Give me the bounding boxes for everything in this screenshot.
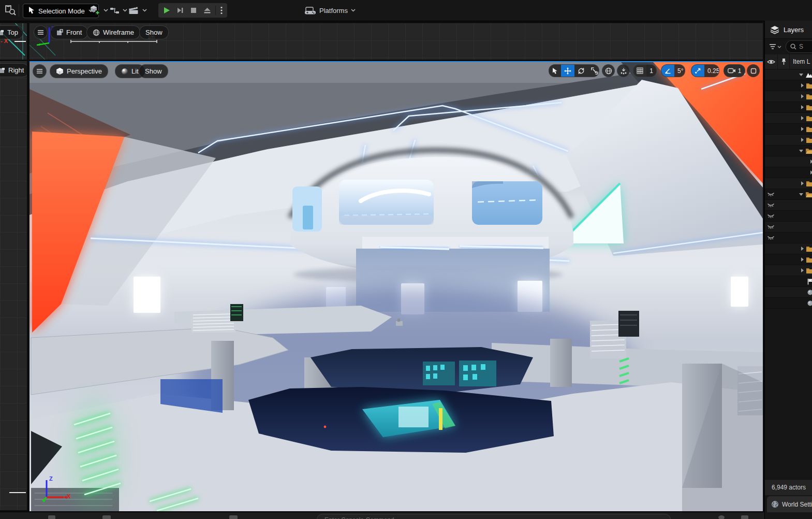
row-visibility-toggle[interactable]: [765, 203, 776, 208]
layer-row[interactable]: [765, 211, 812, 222]
output-log-icon[interactable]: [102, 515, 111, 519]
layer-row[interactable]: [765, 200, 812, 211]
layer-row[interactable]: [765, 178, 812, 189]
layer-row[interactable]: [765, 254, 812, 265]
layer-row[interactable]: [765, 167, 812, 178]
unreal-editor-window: Selection Mode Platforms: [0, 0, 812, 519]
viewport-front-menu-button[interactable]: [34, 25, 48, 39]
viewport-front-show-button[interactable]: Show: [139, 25, 169, 39]
add-actor-button[interactable]: [89, 0, 108, 21]
row-visibility-toggle[interactable]: [765, 192, 776, 197]
camera-speed-control[interactable]: 1: [724, 64, 745, 77]
row-tree-cell[interactable]: [786, 191, 812, 197]
platforms-dropdown[interactable]: Platforms: [304, 0, 356, 21]
layer-row[interactable]: [765, 265, 812, 276]
layer-row[interactable]: [765, 156, 812, 167]
row-tree-cell[interactable]: [786, 104, 812, 110]
layer-row[interactable]: [765, 124, 812, 135]
layer-row[interactable]: [765, 135, 812, 146]
row-tree-cell[interactable]: [786, 148, 812, 154]
item-label-column-header[interactable]: Item L: [790, 54, 812, 69]
row-tree-cell[interactable]: [786, 159, 812, 164]
row-tree-cell[interactable]: [786, 256, 812, 263]
row-tree-cell[interactable]: [786, 82, 812, 89]
filter-button[interactable]: [769, 44, 781, 50]
grid-snap-value[interactable]: 1: [646, 65, 656, 77]
surface-snapping-button[interactable]: [617, 64, 630, 77]
chevron-down-icon: [799, 149, 804, 153]
row-tree-cell[interactable]: [786, 180, 812, 186]
layer-row[interactable]: [765, 80, 812, 91]
row-visibility-toggle[interactable]: [765, 213, 776, 219]
row-tree-cell[interactable]: [786, 267, 812, 273]
scale-snap-value[interactable]: 0.25: [704, 65, 719, 77]
layer-row[interactable]: [765, 276, 812, 287]
blueprints-button[interactable]: [110, 0, 127, 21]
select-tool-button[interactable]: [549, 65, 561, 77]
move-tool-button[interactable]: [561, 65, 574, 77]
editor-browser-icon[interactable]: [4, 0, 17, 21]
layers-panel-header[interactable]: Layers: [765, 21, 812, 39]
viewport-front[interactable]: Z 1m Front Wireframe Show: [29, 23, 763, 60]
rotation-snap-toggle[interactable]: [661, 65, 674, 77]
viewport-front-rendermode-button[interactable]: Wireframe: [86, 25, 140, 39]
chevron-down-icon: [351, 9, 356, 12]
visibility-column-header[interactable]: [765, 54, 778, 69]
rotate-tool-button[interactable]: [574, 65, 588, 77]
layer-row[interactable]: [765, 287, 812, 298]
row-tree-cell[interactable]: [786, 137, 812, 143]
row-tree-cell[interactable]: [786, 246, 812, 252]
selection-cursor-icon: [28, 6, 35, 16]
stop-button[interactable]: [187, 4, 200, 17]
revision-control-icon[interactable]: [741, 515, 748, 519]
row-tree-cell[interactable]: [786, 289, 812, 296]
cinematics-button[interactable]: [128, 0, 147, 21]
coordinate-system-button[interactable]: [602, 64, 615, 77]
maximize-viewport-button[interactable]: [747, 64, 760, 77]
row-tree-cell[interactable]: [786, 115, 812, 121]
grid-snap-toggle[interactable]: [633, 65, 646, 77]
row-tree-cell[interactable]: [786, 170, 812, 175]
viewport-perspective-menu-button[interactable]: [33, 64, 47, 78]
perspective-scene: [29, 62, 763, 511]
tab-world-settings[interactable]: World Setti: [767, 496, 812, 512]
search-input[interactable]: S: [786, 40, 812, 53]
row-visibility-toggle[interactable]: [765, 224, 776, 229]
selection-mode-dropdown[interactable]: Selection Mode: [23, 4, 99, 18]
viewport-right[interactable]: Right: [0, 61, 27, 510]
viewport-top[interactable]: Top - X: [0, 23, 27, 60]
console-command-input[interactable]: Enter Console Command: [317, 514, 671, 519]
row-tree-cell[interactable]: [786, 93, 812, 99]
scale-snap-toggle[interactable]: [691, 65, 704, 77]
viewport-right-label-pill[interactable]: Right: [0, 63, 27, 77]
pin-column-header[interactable]: [778, 54, 790, 69]
row-tree-cell[interactable]: [786, 71, 812, 78]
layer-row[interactable]: [765, 222, 812, 233]
viewport-perspective-show-button[interactable]: Show: [139, 64, 168, 78]
more-options-icon[interactable]: [218, 4, 225, 17]
row-tree-cell[interactable]: [786, 278, 812, 285]
viewport-front-type-button[interactable]: Front: [50, 25, 88, 39]
row-visibility-toggle[interactable]: [765, 235, 776, 240]
scale-tool-button[interactable]: [588, 65, 599, 77]
layer-row[interactable]: [765, 146, 812, 156]
viewport-perspective-type-button[interactable]: Perspective: [50, 64, 108, 78]
layer-row[interactable]: [765, 189, 812, 200]
layer-row[interactable]: [765, 113, 812, 124]
play-button[interactable]: [160, 4, 173, 17]
layer-row[interactable]: [765, 298, 812, 309]
row-tree-cell[interactable]: [786, 300, 812, 307]
layer-row[interactable]: [765, 243, 812, 254]
cmd-icon[interactable]: [229, 515, 238, 519]
layer-row[interactable]: [765, 102, 812, 113]
layer-row[interactable]: [765, 91, 812, 102]
viewport-top-label-pill[interactable]: Top: [0, 25, 23, 39]
eject-button[interactable]: [201, 4, 213, 17]
content-drawer-icon[interactable]: [48, 515, 55, 519]
row-tree-cell[interactable]: [786, 126, 812, 132]
frame-skip-button[interactable]: [174, 4, 186, 17]
layer-row[interactable]: [765, 233, 812, 243]
layer-row[interactable]: [765, 69, 812, 80]
rotation-snap-value[interactable]: 5°: [674, 65, 685, 77]
viewport-perspective[interactable]: Perspective Lit Show 1 5°: [29, 61, 763, 511]
